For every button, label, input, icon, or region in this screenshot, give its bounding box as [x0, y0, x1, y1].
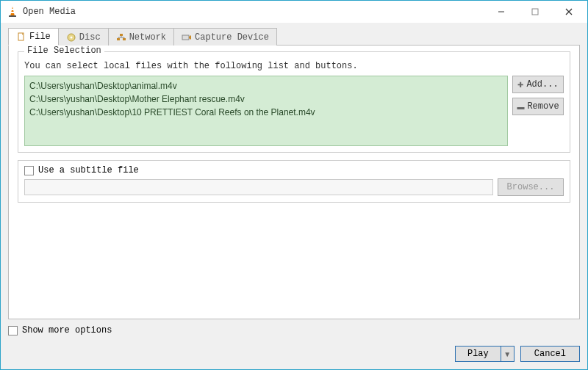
capture-icon [182, 32, 192, 43]
plus-icon: ✚ [517, 81, 523, 89]
titlebar: Open Media [1, 1, 587, 23]
tab-disc[interactable]: Disc [58, 28, 109, 46]
list-item[interactable]: C:\Users\yushan\Desktop\Mother Elephant … [29, 92, 503, 106]
browse-button[interactable]: Browse... [498, 178, 564, 196]
play-dropdown[interactable]: ▼ [501, 346, 514, 362]
file-list[interactable]: C:\Users\yushan\Desktop\animal.m4v C:\Us… [24, 76, 508, 146]
vlc-cone-icon [7, 6, 18, 18]
tab-capture[interactable]: Capture Device [173, 28, 277, 46]
file-icon [16, 32, 26, 42]
tab-disc-label: Disc [79, 32, 101, 43]
file-selection-hint: You can select local files with the foll… [24, 61, 564, 71]
tab-file-label: File [29, 32, 51, 42]
svg-rect-18 [182, 35, 189, 40]
file-selection-group: File Selection You can select local file… [18, 51, 570, 153]
disc-icon [66, 32, 76, 43]
add-button[interactable]: ✚ Add... [512, 76, 564, 93]
svg-rect-2 [11, 12, 15, 13]
maximize-button[interactable] [518, 1, 552, 22]
svg-rect-12 [123, 38, 126, 40]
close-button[interactable] [552, 1, 586, 22]
tabs: File Disc Network Capture Device [8, 27, 580, 45]
svg-rect-11 [117, 38, 120, 40]
tab-network[interactable]: Network [108, 28, 174, 46]
subtitle-path-input[interactable] [24, 179, 493, 195]
tab-capture-label: Capture Device [195, 32, 269, 43]
play-button-group: Play ▼ [455, 346, 514, 362]
content-area: File Disc Network Capture Device [1, 23, 587, 322]
svg-rect-3 [9, 15, 16, 17]
show-more-label: Show more options [22, 325, 112, 335]
remove-button[interactable]: ▬ Remove [512, 98, 564, 115]
window-title: Open Media [23, 7, 76, 17]
tab-file[interactable]: File [8, 28, 59, 46]
tab-network-label: Network [129, 32, 166, 43]
remove-button-label: Remove [527, 101, 559, 112]
add-button-label: Add... [526, 79, 558, 90]
tab-file-panel: File Selection You can select local file… [8, 45, 580, 319]
subtitle-checkbox-label: Use a subtitle file [38, 165, 139, 175]
subtitle-checkbox[interactable] [24, 166, 34, 175]
minus-icon: ▬ [517, 103, 524, 111]
play-button[interactable]: Play [455, 346, 501, 362]
svg-rect-5 [532, 9, 538, 15]
list-item[interactable]: C:\Users\yushan\Desktop\10 PRETTIEST Cor… [29, 106, 503, 119]
open-media-window: Open Media File [0, 0, 588, 370]
cancel-button-label: Cancel [534, 349, 566, 359]
file-selection-legend: File Selection [24, 46, 104, 56]
browse-button-label: Browse... [507, 182, 555, 192]
chevron-down-icon: ▼ [503, 350, 511, 358]
minimize-button[interactable] [484, 1, 518, 22]
play-button-label: Play [467, 349, 489, 359]
footer: Show more options Play ▼ Cancel [1, 322, 587, 369]
svg-rect-1 [11, 9, 14, 10]
svg-marker-0 [10, 7, 15, 16]
svg-point-10 [70, 36, 72, 38]
show-more-checkbox[interactable] [8, 326, 18, 335]
cancel-button[interactable]: Cancel [520, 346, 580, 362]
svg-rect-13 [120, 34, 123, 36]
subtitle-group: Use a subtitle file Browse... [18, 160, 570, 203]
window-controls [484, 1, 586, 22]
network-icon [116, 32, 126, 43]
list-item[interactable]: C:\Users\yushan\Desktop\animal.m4v [29, 79, 503, 92]
